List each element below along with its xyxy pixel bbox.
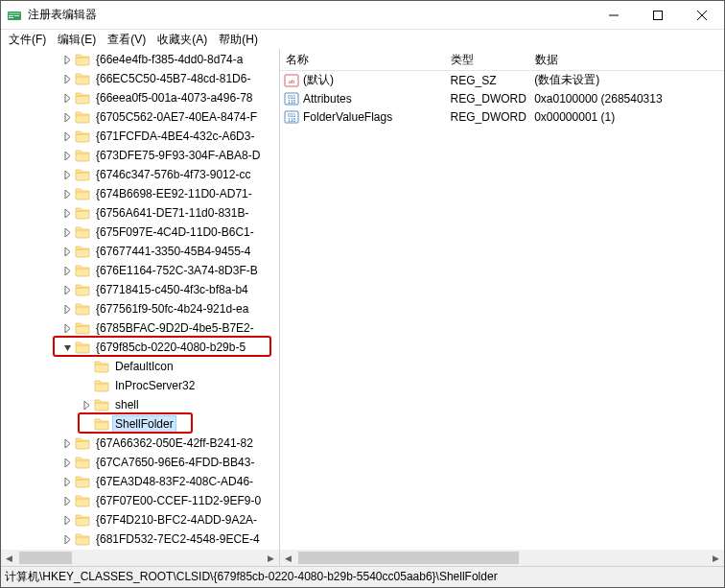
maximize-button[interactable] (636, 1, 680, 29)
tree-node[interactable]: {676E1164-752C-3A74-8D3F-B (1, 261, 279, 280)
tree-node[interactable]: {67677441-3350-45B4-9455-4 (1, 242, 279, 261)
list-row[interactable]: ab(默认)REG_SZ(数值未设置) (280, 71, 724, 89)
tree-node[interactable]: {66EC5C50-45B7-48cd-81D6- (1, 69, 279, 88)
tree-node-label: {675F097E-4C4D-11D0-B6C1- (94, 224, 256, 240)
expand-icon[interactable] (61, 246, 73, 257)
scroll-right-button[interactable]: ▶ (263, 550, 279, 566)
expand-icon[interactable] (61, 226, 73, 238)
list-body[interactable]: ab(默认)REG_SZ(数值未设置)011110AttributesREG_D… (280, 71, 724, 566)
tree-node[interactable]: {67CA7650-96E6-4FDD-BB43- (1, 453, 279, 472)
tree-node[interactable]: {673DFE75-9F93-304F-ABA8-D (1, 146, 279, 165)
expand-icon[interactable] (61, 92, 73, 104)
expand-icon[interactable] (61, 54, 73, 65)
tree-node-label: {6756A641-DE71-11d0-831B- (94, 205, 250, 221)
expand-icon[interactable] (61, 533, 73, 545)
column-header[interactable]: 名称 (280, 49, 445, 70)
expand-icon[interactable] (61, 457, 73, 468)
expand-icon[interactable] (61, 303, 73, 315)
folder-icon (75, 186, 90, 201)
tree-node[interactable]: {67A66362-050E-42ff-B241-82 (1, 434, 279, 453)
scroll-left-button[interactable]: ◀ (280, 550, 296, 566)
collapse-icon[interactable] (61, 341, 73, 353)
tree-node[interactable]: {66e4e4fb-f385-4dd0-8d74-a (1, 50, 279, 69)
tree-node[interactable]: DefaultIcon (1, 357, 279, 376)
expand-icon[interactable] (61, 150, 73, 161)
value-type: REG_SZ (445, 74, 529, 87)
expand-icon[interactable] (61, 514, 73, 526)
tree-node[interactable]: {6705C562-0AE7-40EA-8474-F (1, 107, 279, 127)
window-title: 注册表编辑器 (28, 7, 592, 23)
tree-node[interactable]: {6746c347-576b-4f73-9012-cc (1, 165, 279, 184)
expand-icon[interactable] (61, 437, 73, 449)
menu-item[interactable]: 文件(F) (3, 30, 52, 50)
folder-icon (75, 205, 90, 221)
list-row[interactable]: 011110FolderValueFlagsREG_DWORD0x0000000… (280, 107, 724, 126)
menu-item[interactable]: 帮助(H) (213, 30, 264, 50)
menu-item[interactable]: 收藏夹(A) (152, 30, 213, 50)
tree-node[interactable]: {67F07E00-CCEF-11D2-9EF9-0 (1, 491, 279, 510)
expand-icon[interactable] (61, 169, 73, 180)
scroll-thumb[interactable] (298, 552, 519, 564)
expand-icon[interactable] (61, 207, 73, 219)
tree-node[interactable]: InProcServer32 (1, 376, 279, 395)
tree-node[interactable]: {679f85cb-0220-4080-b29b-5 (1, 338, 279, 357)
tree-node[interactable]: {681FD532-7EC2-4548-9ECE-4 (1, 529, 279, 549)
expand-icon[interactable] (61, 265, 73, 276)
tree-node[interactable]: ShellFolder (1, 414, 279, 434)
svg-text:110: 110 (288, 99, 296, 105)
tree-node[interactable]: {675F097E-4C4D-11D0-B6C1- (1, 223, 279, 242)
minimize-button[interactable] (592, 1, 636, 29)
menu-item[interactable]: 编辑(E) (52, 30, 102, 50)
tree-node[interactable]: {67EA3D48-83F2-408C-AD46- (1, 472, 279, 491)
tree-horizontal-scrollbar[interactable]: ◀ ▶ (1, 550, 279, 566)
folder-icon (75, 282, 90, 297)
maximize-icon (653, 11, 663, 20)
expand-icon[interactable] (81, 399, 92, 411)
tree-node[interactable]: {6756A641-DE71-11d0-831B- (1, 203, 279, 223)
scroll-right-button[interactable]: ▶ (708, 550, 724, 566)
expand-icon[interactable] (61, 188, 73, 200)
expand-icon[interactable] (61, 495, 73, 506)
tree-node[interactable]: shell (1, 395, 279, 414)
expand-icon[interactable] (61, 111, 73, 123)
tree-node[interactable]: {67718415-c450-4f3c-bf8a-b4 (1, 280, 279, 299)
client-area: {66e4e4fb-f385-4dd0-8d74-a{66EC5C50-45B7… (1, 49, 724, 566)
folder-icon (75, 148, 90, 163)
tree-node[interactable]: {677561f9-50fc-4b24-921d-ea (1, 299, 279, 318)
tree-node-label: {674B6698-EE92-11D0-AD71- (94, 186, 254, 201)
list-horizontal-scrollbar[interactable]: ◀ ▶ (280, 550, 724, 566)
tree-node[interactable]: {674B6698-EE92-11D0-AD71- (1, 184, 279, 203)
close-button[interactable] (680, 1, 724, 29)
tree-node[interactable]: {671FCFDA-4BE4-432c-A6D3- (1, 127, 279, 146)
status-bar: 计算机\HKEY_CLASSES_ROOT\CLSID\{679f85cb-02… (1, 566, 724, 587)
scroll-track[interactable] (17, 550, 263, 566)
expand-icon[interactable] (61, 476, 73, 487)
expand-icon[interactable] (61, 73, 73, 84)
tree-node[interactable]: {66eea0f5-001a-4073-a496-78 (1, 88, 279, 107)
folder-icon (75, 493, 90, 508)
folder-icon (75, 90, 90, 106)
folder-icon (94, 359, 109, 374)
tree-node[interactable]: {67F4D210-BFC2-4ADD-9A2A- (1, 510, 279, 529)
scroll-left-button[interactable]: ◀ (1, 550, 17, 566)
tree-node-label: {679f85cb-0220-4080-b29b-5 (94, 340, 247, 355)
expand-icon[interactable] (61, 130, 73, 142)
expand-icon[interactable] (61, 284, 73, 295)
svg-text:110: 110 (288, 117, 296, 123)
column-header[interactable]: 类型 (445, 49, 529, 70)
registry-tree[interactable]: {66e4e4fb-f385-4dd0-8d74-a{66EC5C50-45B7… (1, 49, 279, 549)
list-row[interactable]: 011110AttributesREG_DWORD0xa0100000 (268… (280, 89, 724, 107)
tree-node-label: {67F07E00-CCEF-11D2-9EF9-0 (94, 493, 263, 508)
menu-item[interactable]: 查看(V) (102, 30, 152, 50)
column-header[interactable]: 数据 (529, 49, 724, 70)
expand-icon[interactable] (61, 322, 73, 334)
scroll-track[interactable] (296, 550, 708, 566)
tree-node-label: {67EA3D48-83F2-408C-AD46- (94, 474, 255, 489)
title-bar: 注册表编辑器 (1, 1, 724, 30)
tree-node-label: InProcServer32 (113, 378, 197, 393)
scroll-thumb[interactable] (19, 552, 72, 564)
folder-icon (75, 512, 90, 528)
value-data: 0xa0100000 (268540313 (528, 92, 724, 106)
value-name: (默认) (303, 72, 334, 88)
tree-node[interactable]: {6785BFAC-9D2D-4be5-B7E2- (1, 318, 279, 338)
